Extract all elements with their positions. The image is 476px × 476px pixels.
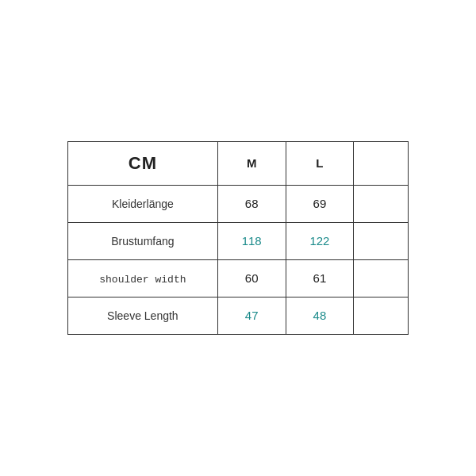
row-m-value-3: 47 [217, 298, 286, 335]
row-extra-1 [354, 223, 409, 260]
row-l-value-3: 48 [286, 298, 354, 335]
header-cm: CM [68, 142, 218, 186]
table-row: shoulder width6061 [68, 260, 409, 298]
row-m-value-0: 68 [217, 186, 286, 223]
table-row: Kleiderlänge6869 [68, 186, 409, 223]
row-extra-3 [354, 298, 409, 335]
row-label-1: Brustumfang [68, 223, 218, 260]
header-row: CM M L [68, 142, 409, 186]
header-m: M [217, 142, 286, 186]
row-l-value-0: 69 [286, 186, 354, 223]
row-m-value-2: 60 [217, 260, 286, 298]
row-extra-2 [354, 260, 409, 298]
row-l-value-2: 61 [286, 260, 354, 298]
header-l: L [286, 142, 354, 186]
size-chart-table: CM M L Kleiderlänge6869Brustumfang118122… [67, 141, 409, 335]
row-m-value-1: 118 [217, 223, 286, 260]
row-l-value-1: 122 [286, 223, 354, 260]
row-label-3: Sleeve Length [68, 298, 218, 335]
row-label-0: Kleiderlänge [68, 186, 218, 223]
size-chart-container: CM M L Kleiderlänge6869Brustumfang118122… [67, 141, 409, 335]
table-row: Sleeve Length4748 [68, 298, 409, 335]
row-label-2: shoulder width [68, 260, 218, 298]
row-extra-0 [354, 186, 409, 223]
table-row: Brustumfang118122 [68, 223, 409, 260]
header-extra [354, 142, 409, 186]
